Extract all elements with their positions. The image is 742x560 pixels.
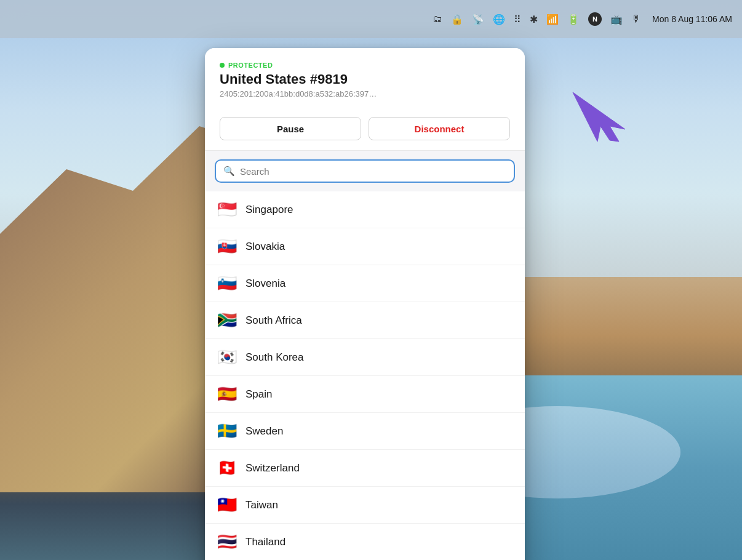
- wifi-icon[interactable]: 📶: [546, 14, 559, 25]
- flag-icon: 🇸🇮: [217, 274, 237, 293]
- popup-header: PROTECTED United States #9819 2405:201:2…: [205, 48, 525, 110]
- list-item[interactable]: 🇸🇰 Slovakia: [205, 228, 525, 265]
- flag-icon: 🇸🇪: [217, 422, 237, 441]
- country-name: Spain: [245, 388, 272, 401]
- list-item[interactable]: 🇨🇭 Switzerland: [205, 450, 525, 487]
- flag-icon: 🇹🇭: [217, 532, 237, 551]
- list-item[interactable]: 🇰🇷 South Korea: [205, 339, 525, 376]
- airplay-icon[interactable]: 📡: [472, 14, 484, 25]
- search-box: 🔍: [215, 159, 515, 183]
- menubar-right-icons: 🗂 🔒 📡 🌐 ⠿ ✱ 📶 🔋 N 📺 🎙 Mon 8 Aug 11:06 AM: [433, 12, 732, 26]
- display-icon[interactable]: 📺: [610, 14, 623, 25]
- country-name: South Africa: [245, 314, 302, 327]
- list-item[interactable]: 🇹🇼 Taiwan: [205, 487, 525, 524]
- country-name: Slovakia: [245, 241, 285, 253]
- server-name: United States #9819: [220, 71, 510, 87]
- popup-actions: Pause Disconnect: [205, 110, 525, 151]
- search-input[interactable]: [240, 166, 506, 177]
- pause-button[interactable]: Pause: [220, 117, 361, 140]
- country-name: Slovenia: [245, 278, 285, 290]
- list-item[interactable]: 🇸🇮 Slovenia: [205, 265, 525, 302]
- menubar: 🗂 🔒 📡 🌐 ⠿ ✱ 📶 🔋 N 📺 🎙 Mon 8 Aug 11:06 AM: [0, 0, 742, 38]
- flag-icon: 🇪🇸: [217, 385, 237, 404]
- list-item[interactable]: 🇪🇸 Spain: [205, 376, 525, 413]
- siri-icon[interactable]: 🎙: [631, 14, 641, 25]
- finder-icon[interactable]: 🗂: [433, 14, 442, 25]
- search-container: 🔍: [205, 151, 525, 191]
- flag-icon: 🇰🇷: [217, 348, 237, 367]
- country-name: South Korea: [245, 351, 304, 364]
- arrow-annotation: [567, 86, 640, 150]
- flag-icon: 🇸🇬: [217, 200, 237, 219]
- vpn-popup: PROTECTED United States #9819 2405:201:2…: [205, 48, 525, 560]
- protected-label: PROTECTED: [228, 62, 273, 69]
- vpn-menu-icon[interactable]: N: [588, 12, 602, 26]
- flag-icon: 🇹🇼: [217, 495, 237, 514]
- menubar-datetime: Mon 8 Aug 11:06 AM: [652, 14, 732, 24]
- search-icon: 🔍: [223, 166, 235, 177]
- flag-icon: 🇿🇦: [217, 311, 237, 330]
- country-name: Taiwan: [245, 499, 278, 511]
- country-name: Thailand: [245, 536, 285, 548]
- status-dot: [220, 63, 225, 68]
- disconnect-button[interactable]: Disconnect: [369, 117, 510, 140]
- flag-icon: 🇸🇰: [217, 237, 237, 256]
- list-item[interactable]: 🇸🇪 Sweden: [205, 413, 525, 450]
- list-item[interactable]: 🇸🇬 Singapore: [205, 191, 525, 228]
- country-name: Singapore: [245, 204, 293, 216]
- list-item[interactable]: 🇿🇦 South Africa: [205, 302, 525, 339]
- country-list: 🇸🇬 Singapore 🇸🇰 Slovakia 🇸🇮 Slovenia 🇿🇦 …: [205, 191, 525, 560]
- bluetooth-icon[interactable]: ✱: [530, 14, 538, 25]
- grid-icon[interactable]: ⠿: [514, 14, 521, 25]
- vpn-lock-icon[interactable]: 🔒: [451, 14, 463, 25]
- server-ip: 2405:201:200a:41bb:d0d8:a532:ab26:397…: [220, 89, 510, 98]
- country-name: Sweden: [245, 425, 283, 438]
- country-name: Switzerland: [245, 462, 300, 474]
- battery-icon[interactable]: 🔋: [567, 14, 580, 25]
- globe-icon[interactable]: 🌐: [493, 14, 505, 25]
- list-item[interactable]: 🇹🇭 Thailand: [205, 524, 525, 560]
- flag-icon: 🇨🇭: [217, 458, 237, 478]
- protected-badge: PROTECTED: [220, 62, 510, 69]
